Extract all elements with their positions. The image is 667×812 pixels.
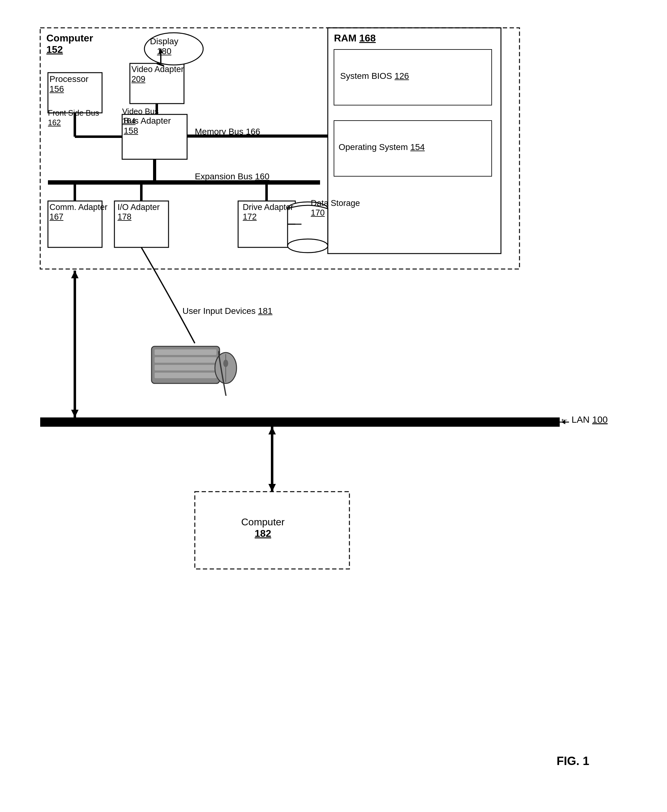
lan-label: ← LAN 100: [560, 414, 607, 425]
svg-marker-37: [71, 270, 78, 278]
svg-marker-39: [269, 427, 276, 434]
processor-number: 156: [50, 84, 64, 94]
fig-title: FIG. 1: [557, 754, 589, 767]
user-input-text: User Input Devices: [183, 306, 256, 316]
user-input-number: 181: [258, 306, 272, 316]
lan-text: LAN: [571, 414, 589, 424]
video-bus-number: 164: [122, 116, 136, 126]
data-storage-number: 170: [311, 208, 325, 217]
video-adapter-label: Video Adapter 209: [131, 64, 184, 84]
io-adapter-text: I/O Adapter: [118, 202, 160, 212]
front-side-bus-text: Front Side Bus: [48, 109, 99, 117]
video-adapter-text: Video Adapter: [131, 65, 184, 74]
system-bios-text: System BIOS: [340, 71, 392, 81]
svg-point-29: [287, 239, 328, 253]
drive-adapter-number: 172: [243, 212, 257, 221]
lan-number: 100: [592, 414, 607, 424]
expansion-bus-label: Expansion Bus 160: [195, 172, 269, 182]
svg-rect-32: [40, 418, 560, 427]
processor-label: Processor 156: [50, 74, 88, 94]
display-number: 180: [157, 46, 172, 56]
data-storage-text: Data Storage: [311, 199, 360, 208]
video-bus-label: Video Bus 164: [122, 107, 159, 126]
comm-adapter-text: Comm. Adapter: [50, 202, 108, 212]
expansion-bus-text: Expansion Bus: [195, 172, 253, 181]
fig-label: FIG. 1: [557, 754, 589, 768]
comm-adapter-number: 167: [50, 212, 63, 221]
svg-rect-0: [40, 28, 519, 269]
drive-adapter-label: Drive Adapter 172: [243, 202, 294, 222]
svg-rect-50: [154, 373, 216, 378]
comm-adapter-label: Comm. Adapter 167: [50, 202, 108, 222]
os-number: 154: [410, 142, 425, 152]
memory-bus-number: 166: [246, 127, 260, 136]
svg-rect-1: [328, 28, 501, 254]
svg-marker-36: [71, 410, 78, 418]
system-bios-label: System BIOS 126: [340, 71, 409, 81]
system-bios-number: 126: [395, 71, 409, 81]
drive-adapter-text: Drive Adapter: [243, 202, 294, 212]
expansion-bus-number: 160: [255, 172, 270, 181]
svg-rect-47: [154, 350, 216, 355]
computer-152-label: Computer 152: [46, 33, 93, 55]
io-adapter-label: I/O Adapter 178: [118, 202, 160, 222]
data-storage-label: Data Storage 170: [311, 199, 360, 218]
svg-point-53: [223, 360, 228, 367]
computer-182-text: Computer: [241, 516, 285, 527]
os-label: Operating System 154: [338, 142, 425, 152]
ram-label: RAM 168: [334, 33, 376, 44]
svg-rect-48: [154, 357, 216, 363]
display-label: Display 180: [150, 36, 178, 56]
computer-182-number: 182: [255, 528, 271, 539]
video-adapter-number: 209: [131, 75, 145, 84]
memory-bus-text: Memory Bus: [195, 127, 243, 136]
processor-text: Processor: [50, 74, 88, 84]
user-input-label: User Input Devices 181: [183, 306, 272, 316]
computer-label-number: 152: [46, 44, 63, 55]
os-text: Operating System: [338, 142, 408, 152]
connection-lines: [31, 18, 636, 792]
ram-number: 168: [359, 33, 376, 44]
svg-rect-49: [154, 365, 216, 370]
display-text: Display: [150, 36, 178, 46]
bus-adapter-number: 158: [124, 126, 138, 136]
io-adapter-number: 178: [118, 212, 131, 221]
video-bus-text: Video Bus: [122, 107, 159, 116]
front-side-bus-label: Front Side Bus 162: [48, 108, 99, 128]
computer-label-text: Computer: [46, 33, 93, 44]
front-side-bus-number: 162: [48, 118, 61, 127]
svg-marker-40: [269, 484, 276, 492]
memory-bus-label: Memory Bus 166: [195, 127, 260, 137]
diagram-container: Computer 152 RAM 168 System BIOS 126 Ope…: [31, 18, 636, 792]
keyboard-mouse-illustration: [148, 334, 241, 396]
ram-text: RAM: [334, 33, 357, 44]
computer-182-label: Computer 182: [241, 516, 285, 539]
